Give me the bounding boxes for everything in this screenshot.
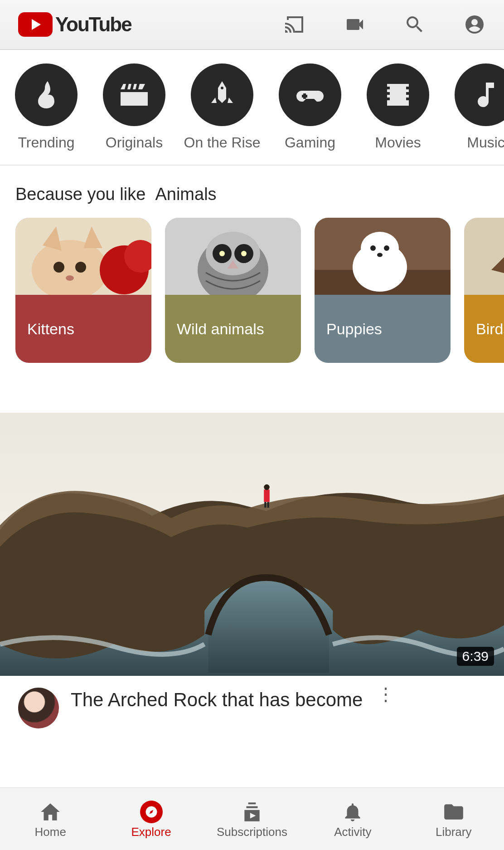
rocket-icon	[191, 64, 253, 126]
category-row[interactable]: Trending Originals On the Rise Gaming Mo…	[0, 50, 504, 166]
topic-card-puppies[interactable]: Puppies	[315, 218, 451, 363]
film-icon	[367, 64, 429, 126]
category-label: Movies	[375, 134, 421, 151]
category-movies[interactable]: Movies	[362, 64, 434, 151]
compass-icon	[140, 801, 163, 823]
category-label: Music	[467, 134, 504, 151]
category-originals[interactable]: Originals	[98, 64, 170, 151]
bottom-nav: Home Explore Subscriptions Activity Libr…	[0, 787, 504, 850]
folder-icon	[442, 801, 465, 823]
account-icon[interactable]	[459, 9, 490, 40]
svg-point-31	[264, 484, 270, 490]
nav-library[interactable]: Library	[408, 801, 499, 839]
kitten-image	[15, 218, 151, 295]
category-trending[interactable]: Trending	[10, 64, 82, 151]
nav-label: Library	[436, 825, 471, 839]
cast-icon[interactable]	[279, 9, 311, 40]
section-topic: Animals	[155, 185, 216, 204]
home-icon	[39, 801, 62, 823]
topic-label: Wild animals	[165, 295, 301, 363]
gamepad-icon	[279, 64, 341, 126]
youtube-logo[interactable]: YouTube	[18, 12, 131, 37]
topic-label: Birds	[464, 295, 504, 363]
flame-icon	[15, 64, 78, 126]
category-label: Trending	[18, 134, 74, 151]
nav-explore[interactable]: Explore	[106, 801, 197, 839]
nav-label: Subscriptions	[217, 825, 287, 839]
video-title[interactable]: The Arched Rock that has become	[71, 688, 363, 713]
more-options-icon[interactable]: ⋮	[374, 688, 397, 700]
category-label: Gaming	[285, 134, 335, 151]
svg-point-23	[361, 232, 399, 264]
bird-image	[464, 218, 504, 295]
section-header: Because you like Animals	[0, 166, 504, 218]
channel-avatar[interactable]	[18, 688, 59, 728]
app-bar: YouTube	[0, 0, 504, 50]
topic-label: Puppies	[315, 295, 451, 363]
svg-point-8	[75, 262, 86, 273]
svg-point-7	[53, 262, 64, 273]
puppy-image	[315, 218, 451, 295]
svg-point-24	[370, 245, 376, 251]
video-item[interactable]: 6:39 The Arched Rock that has become ⋮	[0, 413, 504, 728]
nav-home[interactable]: Home	[5, 801, 96, 839]
youtube-wordmark: YouTube	[55, 13, 131, 36]
category-gaming[interactable]: Gaming	[274, 64, 346, 151]
svg-rect-30	[264, 489, 270, 502]
nav-label: Home	[35, 825, 66, 839]
svg-point-26	[377, 253, 383, 257]
category-music[interactable]: Music	[450, 64, 504, 151]
topic-cards-row[interactable]: Kittens Wild animals	[0, 218, 504, 363]
svg-point-9	[66, 275, 74, 281]
category-ontherise[interactable]: On the Rise	[186, 64, 258, 151]
category-label: Originals	[106, 134, 163, 151]
clapper-icon	[103, 64, 165, 126]
nav-subscriptions[interactable]: Subscriptions	[207, 801, 297, 839]
video-thumbnail[interactable]: 6:39	[0, 413, 504, 676]
video-meta: The Arched Rock that has become ⋮	[0, 676, 504, 728]
topic-card-birds[interactable]: Birds	[464, 218, 504, 363]
bell-icon	[341, 801, 364, 823]
svg-point-0	[221, 87, 223, 89]
camera-icon[interactable]	[339, 9, 371, 40]
svg-rect-33	[267, 502, 269, 508]
music-note-icon	[455, 64, 504, 126]
topic-card-wild-animals[interactable]: Wild animals	[165, 218, 301, 363]
svg-point-18	[241, 251, 247, 256]
svg-rect-27	[464, 218, 504, 295]
topic-card-kittens[interactable]: Kittens	[15, 218, 151, 363]
search-icon[interactable]	[399, 9, 431, 40]
nav-activity[interactable]: Activity	[307, 801, 398, 839]
section-prefix: Because you like	[15, 185, 145, 204]
svg-point-17	[219, 251, 225, 256]
video-duration: 6:39	[457, 647, 494, 666]
svg-point-25	[384, 245, 389, 251]
nav-label: Explore	[131, 825, 171, 839]
youtube-play-icon	[18, 12, 53, 37]
subscriptions-icon	[241, 801, 263, 823]
topic-label: Kittens	[15, 295, 151, 363]
svg-rect-32	[264, 502, 266, 508]
category-label: On the Rise	[184, 134, 261, 151]
nav-label: Activity	[334, 825, 371, 839]
svg-rect-2	[302, 95, 307, 98]
owl-image	[165, 218, 301, 295]
